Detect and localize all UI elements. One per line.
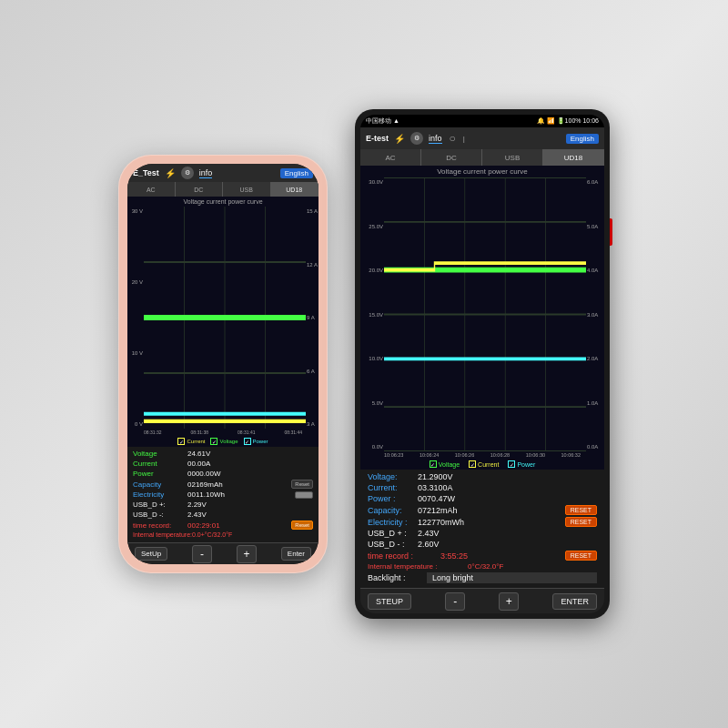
english-button[interactable]: English [280, 168, 313, 178]
android-data-electricity: Electricity : 122770mWh RESET [368, 517, 597, 527]
iphone-x-axis: 08:31:32 08:31:38 08:31:41 08:31:44 [127, 429, 318, 436]
android-radio-icon: ○ [450, 132, 456, 145]
iphone-chart-title: Voltage current power curve [127, 197, 318, 207]
data-temp: Internal temperature: 0.0+°C/32.0°F [133, 531, 313, 538]
android-minus-button[interactable]: - [445, 592, 465, 611]
iphone-tab-bar: AC DC USB UD18 [127, 182, 318, 197]
android-time-reset[interactable]: RESET [565, 551, 597, 561]
android-voltage-checkbox[interactable] [430, 460, 437, 468]
electricity-reset-button[interactable] [295, 491, 313, 499]
android-tab-ud18[interactable]: UD18 [543, 149, 604, 166]
android-chart-canvas: 30.0V 25.0V 20.0V 15.0V 10.0V 5.0V 0.0V [360, 177, 604, 451]
android-english-button[interactable]: English [566, 134, 599, 144]
android-device: 中国移动 ▲ 🔔 📶 🔋100% 10:06 E-test ⚡ ⚙ info ○… [355, 109, 610, 619]
android-chart-area: Voltage current power curve 30.0V 25.0V … [360, 166, 604, 470]
iphone-data-section: Voltage 24.61V Current 00.00A Power 0000… [127, 447, 318, 542]
legend-power: Power [244, 438, 268, 445]
android-data-current: Current: 03.3100A [368, 483, 597, 492]
android-chart-title: Voltage current power curve [360, 166, 604, 177]
enter-button[interactable]: Enter [281, 547, 311, 561]
iphone-chart-canvas: 30 V 20 V 10 V 0 V [127, 207, 318, 429]
android-settings-icon: ⚙ [410, 132, 423, 145]
iphone-chart-inner [144, 207, 306, 429]
tab-dc[interactable]: DC [176, 182, 224, 197]
android-legend-voltage: Voltage [430, 460, 460, 468]
data-current: Current 00.00A [133, 460, 313, 468]
legend-current: Current [177, 438, 205, 445]
android-data-temp: Internal temperature : 0°C/32.0°F [368, 562, 597, 571]
android-chart-svg [384, 177, 586, 451]
time-reset-button[interactable]: Reset [291, 521, 313, 530]
android-data-usb-minus: USB_D - : 2.60V [368, 540, 597, 549]
android-chart-bottom: 10:06:23 10:06:24 10:06:26 10:06:28 10:0… [360, 451, 604, 470]
data-electricity: Electricity 0011.10Wh [133, 490, 313, 499]
carrier-text: 中国移动 ▲ [366, 116, 399, 126]
data-power: Power 0000.00W [133, 470, 313, 478]
android-tab-bar: AC DC USB UD18 [360, 149, 604, 166]
android-tab-ac[interactable]: AC [360, 149, 421, 166]
android-power-checkbox[interactable] [508, 460, 515, 468]
android-data-time: time record : 3:55:25 RESET [368, 551, 597, 561]
bluetooth-icon: ⚡ [165, 168, 176, 178]
iphone-device: E_Test ⚡ ⚙ info English AC DC USB UD18 V… [118, 155, 328, 573]
android-electricity-reset[interactable]: RESET [565, 517, 597, 527]
android-bottom-bar: STEUP - + ENTER [360, 588, 604, 613]
android-setup-button[interactable]: STEUP [368, 593, 411, 610]
android-data-backlight: Backlight : Long bright [368, 572, 597, 583]
android-y-axis-right: 6.0A 5.0A 4.0A 3.0A 2.0A 1.0A 0.0A [586, 177, 604, 451]
data-usb-minus: USB_D -: 2.43V [133, 511, 313, 519]
data-time: time record: 002:29:01 Reset [133, 521, 313, 530]
data-usb-plus: USB_D +: 2.29V [133, 500, 313, 509]
android-data-voltage: Voltage: 21.2900V [368, 472, 597, 481]
android-header: E-test ⚡ ⚙ info ○ | English [360, 127, 604, 149]
voltage-checkbox[interactable] [210, 438, 217, 445]
android-tab-usb[interactable]: USB [482, 149, 543, 166]
scene: E_Test ⚡ ⚙ info English AC DC USB UD18 V… [0, 0, 728, 728]
android-app-name: E-test [366, 134, 389, 143]
android-info-tab[interactable]: info [429, 134, 442, 144]
settings-icon: ⚙ [181, 167, 194, 179]
android-side-button [610, 218, 612, 246]
android-app-screen: 中国移动 ▲ 🔔 📶 🔋100% 10:06 E-test ⚡ ⚙ info ○… [360, 115, 604, 613]
android-x-axis: 10:06:23 10:06:24 10:06:26 10:06:28 10:0… [360, 451, 604, 459]
status-icons: 🔔 📶 🔋100% 10:06 [537, 117, 599, 125]
android-status-bar: 中国移动 ▲ 🔔 📶 🔋100% 10:06 [360, 115, 604, 127]
android-plus-button[interactable]: + [499, 592, 519, 611]
data-capacity: Capacity 02169mAh Reset [133, 480, 313, 489]
android-data-capacity: Capacity: 07212mAh RESET [368, 505, 597, 515]
android-legend-current: Current [469, 460, 499, 468]
android-current-checkbox[interactable] [469, 460, 476, 468]
android-radio-icon2: | [463, 135, 465, 143]
capacity-reset-button[interactable]: Reset [291, 480, 313, 489]
android-y-axis-left: 30.0V 25.0V 20.0V 15.0V 10.0V 5.0V 0.0V [360, 177, 384, 451]
info-tab[interactable]: info [199, 168, 213, 178]
android-chart-legend: Voltage Current Power [360, 459, 604, 470]
android-tab-dc[interactable]: DC [421, 149, 482, 166]
iphone-y-axis-right: 15 A 12 A 9 A 6 A 3 A [306, 207, 318, 429]
android-data-usb-plus: USB_D + : 2.43V [368, 529, 597, 538]
tab-ac[interactable]: AC [127, 182, 176, 197]
iphone-app-screen: E_Test ⚡ ⚙ info English AC DC USB UD18 V… [127, 164, 318, 564]
plus-button[interactable]: + [237, 545, 257, 563]
current-checkbox[interactable] [177, 438, 185, 445]
android-chart-inner [384, 177, 586, 451]
iphone-chart-bottom: 08:31:32 08:31:38 08:31:41 08:31:44 Curr… [127, 429, 318, 447]
iphone-chart-area: Voltage current power curve 30 V 20 V 10… [127, 197, 318, 447]
android-enter-button[interactable]: ENTER [552, 593, 597, 610]
iphone-chart-legend: Current Voltage Power [127, 436, 318, 447]
setup-button[interactable]: SetUp [135, 547, 167, 561]
iphone-app-name: E_Test [133, 168, 159, 177]
android-data-section: Voltage: 21.2900V Current: 03.3100A Powe… [360, 470, 604, 588]
iphone-y-axis-left: 30 V 20 V 10 V 0 V [127, 207, 144, 429]
iphone-header: E_Test ⚡ ⚙ info English [127, 164, 318, 182]
power-checkbox[interactable] [244, 438, 251, 445]
android-data-power: Power : 0070.47W [368, 494, 597, 503]
android-bluetooth-icon: ⚡ [394, 134, 405, 144]
iphone-chart-svg [144, 207, 306, 429]
tab-ud18[interactable]: UD18 [271, 182, 319, 197]
iphone-bottom-bar: SetUp - + Enter [127, 542, 318, 564]
android-capacity-reset[interactable]: RESET [565, 505, 597, 515]
data-voltage: Voltage 24.61V [133, 450, 313, 458]
minus-button[interactable]: - [192, 545, 212, 563]
tab-usb[interactable]: USB [223, 182, 271, 197]
